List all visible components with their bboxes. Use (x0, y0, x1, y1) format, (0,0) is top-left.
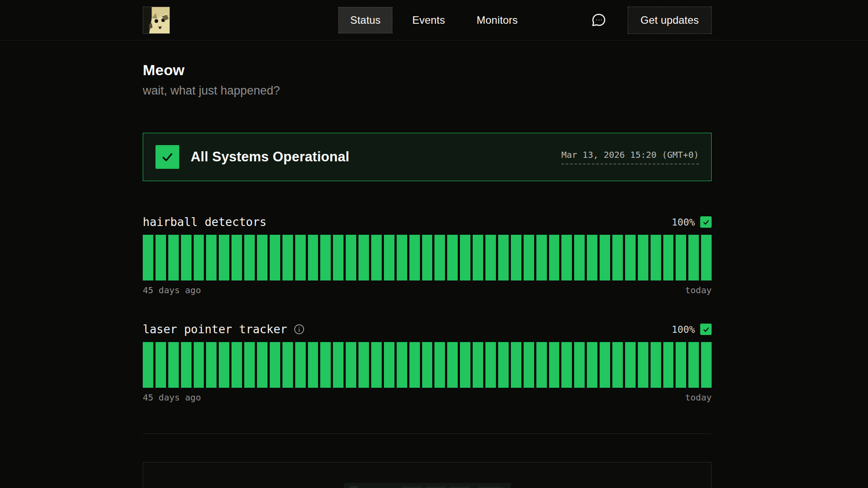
uptime-day-bar[interactable] (231, 342, 242, 388)
uptime-day-bar[interactable] (688, 235, 699, 280)
uptime-day-bar[interactable] (231, 235, 242, 280)
uptime-day-bar[interactable] (168, 342, 179, 388)
uptime-day-bar[interactable] (308, 342, 318, 388)
nav-tab-status[interactable]: Status (338, 7, 392, 33)
uptime-day-bar[interactable] (397, 342, 407, 388)
uptime-day-bar[interactable] (663, 235, 674, 280)
uptime-day-bar[interactable] (587, 235, 597, 280)
status-timestamp[interactable]: Mar 13, 2026 15:20 (GMT+0) (561, 149, 699, 164)
get-updates-button[interactable]: Get updates (628, 7, 712, 34)
uptime-day-bar[interactable] (460, 235, 470, 280)
uptime-day-bar[interactable] (536, 342, 547, 388)
uptime-day-bar[interactable] (549, 235, 560, 280)
uptime-day-bar[interactable] (612, 342, 623, 388)
uptime-day-bar[interactable] (549, 342, 560, 388)
uptime-day-bar[interactable] (625, 342, 636, 388)
uptime-day-bar[interactable] (688, 342, 699, 388)
uptime-day-bar[interactable] (701, 342, 712, 388)
uptime-status-checkbox[interactable] (700, 216, 712, 228)
uptime-day-bar[interactable] (409, 342, 420, 388)
uptime-day-bar[interactable] (320, 235, 331, 280)
uptime-day-bar[interactable] (333, 235, 344, 280)
uptime-day-bar[interactable] (485, 342, 496, 388)
uptime-day-bar[interactable] (434, 235, 445, 280)
uptime-day-bar[interactable] (181, 235, 192, 280)
uptime-day-bar[interactable] (308, 235, 318, 280)
uptime-day-bar[interactable] (219, 235, 229, 280)
uptime-day-bar[interactable] (574, 235, 585, 280)
uptime-day-bar[interactable] (257, 342, 268, 388)
uptime-day-bar[interactable] (434, 342, 445, 388)
uptime-day-bar[interactable] (651, 342, 661, 388)
uptime-day-bar[interactable] (473, 342, 483, 388)
nav-tab-events[interactable]: Events (401, 7, 457, 33)
uptime-day-bar[interactable] (561, 342, 572, 388)
uptime-day-bar[interactable] (676, 235, 686, 280)
uptime-day-bar[interactable] (320, 342, 331, 388)
uptime-day-bar[interactable] (600, 342, 610, 388)
uptime-day-bar[interactable] (282, 342, 293, 388)
uptime-day-bar[interactable] (270, 235, 280, 280)
uptime-day-bar[interactable] (244, 342, 255, 388)
uptime-day-bar[interactable] (511, 342, 521, 388)
uptime-day-bar[interactable] (358, 235, 369, 280)
uptime-day-bar[interactable] (473, 235, 483, 280)
uptime-day-bar[interactable] (143, 235, 153, 280)
uptime-day-bar[interactable] (574, 342, 585, 388)
uptime-day-bar[interactable] (333, 342, 344, 388)
uptime-day-bar[interactable] (498, 342, 509, 388)
uptime-day-bar[interactable] (358, 342, 369, 388)
uptime-day-bar[interactable] (524, 342, 534, 388)
uptime-day-bar[interactable] (638, 235, 648, 280)
uptime-day-bar[interactable] (143, 342, 153, 388)
uptime-day-bar[interactable] (371, 235, 382, 280)
uptime-day-bar[interactable] (447, 342, 458, 388)
uptime-day-bar[interactable] (701, 235, 712, 280)
uptime-day-bar[interactable] (206, 342, 217, 388)
uptime-day-bar[interactable] (371, 342, 382, 388)
logo-link[interactable] (143, 7, 170, 34)
uptime-day-bar[interactable] (181, 342, 192, 388)
uptime-day-bar[interactable] (587, 342, 597, 388)
uptime-day-bar[interactable] (346, 235, 356, 280)
uptime-day-bar[interactable] (651, 235, 661, 280)
uptime-day-bar[interactable] (194, 235, 204, 280)
uptime-day-bar[interactable] (257, 235, 268, 280)
uptime-day-bar[interactable] (676, 342, 686, 388)
feedback-chat-button[interactable] (591, 12, 607, 28)
uptime-day-bar[interactable] (156, 235, 166, 280)
uptime-day-bar[interactable] (219, 342, 229, 388)
uptime-day-bar[interactable] (282, 235, 293, 280)
uptime-day-bar[interactable] (524, 235, 534, 280)
uptime-day-bar[interactable] (422, 342, 433, 388)
uptime-day-bar[interactable] (244, 235, 255, 280)
uptime-day-bar[interactable] (485, 235, 496, 280)
uptime-day-bar[interactable] (295, 235, 306, 280)
info-icon[interactable] (293, 324, 305, 335)
uptime-day-bar[interactable] (295, 342, 306, 388)
uptime-day-bar[interactable] (422, 235, 433, 280)
uptime-day-bar[interactable] (168, 235, 179, 280)
uptime-day-bar[interactable] (194, 342, 204, 388)
uptime-day-bar[interactable] (346, 342, 356, 388)
uptime-day-bar[interactable] (384, 342, 394, 388)
uptime-day-bar[interactable] (384, 235, 394, 280)
nav-tab-monitors[interactable]: Monitors (465, 7, 530, 33)
uptime-day-bar[interactable] (156, 342, 166, 388)
uptime-day-bar[interactable] (270, 342, 280, 388)
uptime-day-bar[interactable] (638, 342, 648, 388)
uptime-day-bar[interactable] (397, 235, 407, 280)
uptime-day-bar[interactable] (498, 235, 509, 280)
uptime-day-bar[interactable] (663, 342, 674, 388)
uptime-day-bar[interactable] (600, 235, 610, 280)
uptime-day-bar[interactable] (447, 235, 458, 280)
uptime-day-bar[interactable] (206, 235, 217, 280)
uptime-day-bar[interactable] (625, 235, 636, 280)
uptime-day-bar[interactable] (612, 235, 623, 280)
uptime-day-bar[interactable] (460, 342, 470, 388)
uptime-day-bar[interactable] (536, 235, 547, 280)
uptime-day-bar[interactable] (561, 235, 572, 280)
uptime-status-checkbox[interactable] (700, 324, 712, 335)
uptime-day-bar[interactable] (409, 235, 420, 280)
uptime-day-bar[interactable] (511, 235, 521, 280)
